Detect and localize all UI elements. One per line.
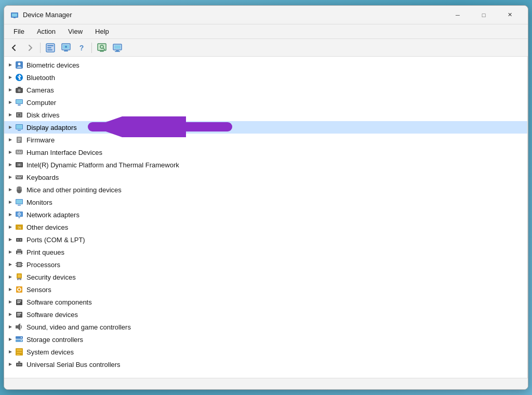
properties-button[interactable] xyxy=(43,41,58,55)
tree-icon-storage xyxy=(15,335,24,344)
title-bar: Device Manager ─ □ ✕ xyxy=(4,6,528,24)
tree-item-firmware[interactable]: Firmware xyxy=(4,134,527,146)
tree-expander-keyboards[interactable] xyxy=(6,173,15,181)
svg-rect-83 xyxy=(20,239,21,241)
tree-item-keyboards[interactable]: Keyboards xyxy=(4,171,527,183)
tree-expander-disk[interactable] xyxy=(6,111,15,119)
tree-icon-print xyxy=(15,247,24,257)
tree-item-intel[interactable]: Intel(R) Dynamic Platform and Thermal Fr… xyxy=(4,159,527,171)
tree-item-sensors[interactable]: Sensors xyxy=(4,283,527,296)
tree-icon-security xyxy=(15,272,24,282)
tree-expander-processors[interactable] xyxy=(6,260,15,269)
tree-label-usb: Universal Serial Bus controllers xyxy=(26,361,121,368)
tree-expander-softwaredev[interactable] xyxy=(6,310,15,319)
tree-item-usb[interactable]: Universal Serial Bus controllers xyxy=(4,358,527,371)
svg-rect-14 xyxy=(100,50,104,51)
back-button[interactable] xyxy=(7,41,22,55)
computer-button[interactable] xyxy=(110,41,125,55)
tree-item-computer[interactable]: Computer xyxy=(4,96,527,109)
tree-item-disk[interactable]: Disk drives xyxy=(4,109,527,121)
scan-button[interactable] xyxy=(95,41,109,55)
tree-expander-storage[interactable] xyxy=(6,335,15,344)
tree-expander-softwarecomp[interactable] xyxy=(6,298,15,306)
tree-label-bluetooth: Bluetooth xyxy=(26,74,55,82)
tree-expander-monitors[interactable] xyxy=(6,198,15,206)
tree-label-other: Other devices xyxy=(26,223,68,231)
tree-item-bluetooth[interactable]: Bluetooth xyxy=(4,71,527,84)
menu-file[interactable]: File xyxy=(8,26,30,37)
tree-expander-print[interactable] xyxy=(6,248,15,256)
tree-expander-security[interactable] xyxy=(6,273,15,281)
tree-icon-keyboards xyxy=(15,173,24,182)
tree-item-mice[interactable]: Mice and other pointing devices xyxy=(4,183,527,196)
svg-rect-118 xyxy=(16,325,18,328)
tree-expander-bluetooth[interactable] xyxy=(6,73,15,82)
svg-rect-48 xyxy=(17,151,18,152)
tree-expander-display[interactable] xyxy=(6,123,15,131)
svg-rect-109 xyxy=(17,300,21,301)
tree-icon-sensors xyxy=(15,285,24,294)
tree-item-monitors[interactable]: Monitors xyxy=(4,196,527,208)
update-button[interactable] xyxy=(59,41,73,55)
svg-rect-44 xyxy=(18,139,21,140)
minimize-button[interactable]: ─ xyxy=(446,7,470,23)
tree-item-display[interactable]: Display adaptors xyxy=(4,121,527,134)
tree-expander-other[interactable] xyxy=(6,223,15,231)
maximize-button[interactable]: □ xyxy=(472,7,496,23)
tree-expander-ports[interactable] xyxy=(6,235,15,244)
tree-item-other[interactable]: ?!Other devices xyxy=(4,221,527,233)
tree-item-network[interactable]: Network adapters xyxy=(4,208,527,221)
svg-rect-110 xyxy=(17,302,20,303)
tree-expander-intel[interactable] xyxy=(6,161,15,169)
tree-item-sound[interactable]: Sound, video and game controllers xyxy=(4,321,527,333)
tree-icon-bluetooth xyxy=(15,73,24,82)
tree-expander-sensors[interactable] xyxy=(6,285,15,294)
tree-expander-cameras[interactable] xyxy=(6,86,15,94)
tree-label-firmware: Firmware xyxy=(26,136,55,144)
tree-expander-firmware[interactable] xyxy=(6,136,15,144)
menu-action[interactable]: Action xyxy=(32,26,61,37)
svg-rect-97 xyxy=(18,274,21,278)
tree-item-ports[interactable]: Ports (COM & LPT) xyxy=(4,233,527,246)
tree-item-processors[interactable]: Processors xyxy=(4,258,527,271)
menu-help[interactable]: Help xyxy=(90,26,114,37)
svg-rect-6 xyxy=(47,49,52,50)
tree-icon-softwaredev xyxy=(15,310,24,319)
tree-expander-system[interactable] xyxy=(6,348,15,356)
tree-expander-biometric[interactable] xyxy=(6,61,15,69)
svg-rect-133 xyxy=(19,364,20,365)
tree-item-softwarecomp[interactable]: Software components xyxy=(4,296,527,308)
tree-label-softwaredev: Software devices xyxy=(26,311,78,319)
tree-item-storage[interactable]: Storage controllers xyxy=(4,333,527,346)
svg-rect-31 xyxy=(16,100,22,103)
menu-view[interactable]: View xyxy=(63,26,88,37)
tree-item-system[interactable]: System devices xyxy=(4,346,527,358)
tree-expander-mice[interactable] xyxy=(6,186,15,194)
tree-label-storage: Storage controllers xyxy=(26,336,83,344)
tree-expander-computer[interactable] xyxy=(6,98,15,107)
help-button[interactable]: ? xyxy=(74,41,89,55)
tree-expander-usb[interactable] xyxy=(6,360,15,368)
tree-item-biometric[interactable]: Biometric devices xyxy=(4,59,527,71)
svg-marker-84 xyxy=(9,251,12,254)
svg-rect-28 xyxy=(18,87,21,88)
tree-label-sound: Sound, video and game controllers xyxy=(26,323,131,331)
tree-expander-sound[interactable] xyxy=(6,323,15,331)
tree-icon-processors xyxy=(15,260,24,269)
tree-item-security[interactable]: Security devices xyxy=(4,271,527,283)
close-button[interactable]: ✕ xyxy=(498,7,522,23)
tree-label-sensors: Sensors xyxy=(26,286,51,294)
tree-expander-network[interactable] xyxy=(6,210,15,219)
svg-rect-32 xyxy=(18,104,21,106)
tree-item-cameras[interactable]: Cameras xyxy=(4,84,527,96)
svg-rect-76 xyxy=(19,217,20,218)
device-tree[interactable]: Biometric devicesBluetoothCamerasCompute… xyxy=(4,57,528,378)
tree-label-intel: Intel(R) Dynamic Platform and Thermal Fr… xyxy=(26,161,179,169)
svg-marker-112 xyxy=(9,313,12,316)
tree-item-softwaredev[interactable]: Software devices xyxy=(4,308,527,321)
tree-item-print[interactable]: Print queues xyxy=(4,246,527,258)
tree-item-hid[interactable]: Human Interface Devices xyxy=(4,146,527,159)
tree-expander-hid[interactable] xyxy=(6,148,15,156)
svg-marker-71 xyxy=(9,213,12,216)
forward-button[interactable] xyxy=(23,41,37,55)
